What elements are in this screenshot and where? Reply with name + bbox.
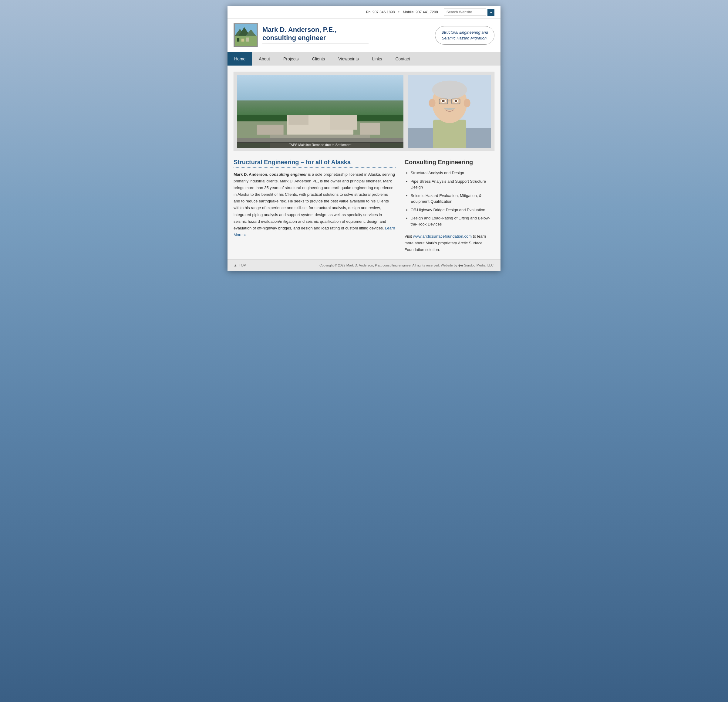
svg-point-35 bbox=[454, 100, 457, 102]
svg-rect-7 bbox=[241, 39, 244, 41]
svg-rect-23 bbox=[360, 123, 380, 135]
nav-item-about[interactable]: About bbox=[252, 52, 277, 65]
nav-item-projects[interactable]: Projects bbox=[277, 52, 305, 65]
aerial-photo bbox=[237, 75, 403, 148]
svg-point-29 bbox=[432, 80, 467, 98]
search-button[interactable]: » bbox=[487, 9, 494, 16]
phone-number: Ph: 907.346.1898 bbox=[366, 10, 395, 14]
footer-copyright: Copyright © 2022 Mark D. Anderson, P.E.,… bbox=[319, 263, 494, 268]
service-item-2: Pipe Stress Analysis and Support Structu… bbox=[411, 178, 494, 190]
main-content: TAPS Mainline Remode due to Settlement bbox=[227, 65, 501, 259]
page-wrapper: Ph: 907.346.1898 • Mobile: 907.441.7208 … bbox=[227, 6, 501, 271]
svg-rect-13 bbox=[254, 98, 387, 108]
service-item-4: Off-Highway Bridge Design and Evaluation bbox=[411, 207, 494, 213]
nav-item-clients[interactable]: Clients bbox=[305, 52, 332, 65]
services-list: Structural Analysis and Design Pipe Stre… bbox=[404, 170, 494, 227]
service-item-1: Structural Analysis and Design bbox=[411, 170, 494, 176]
service-item-5: Design and Load-Rating of Lifting and Be… bbox=[411, 215, 494, 227]
main-photo: TAPS Mainline Remode due to Settlement bbox=[237, 75, 403, 148]
title-divider bbox=[262, 43, 368, 43]
svg-rect-15 bbox=[363, 100, 403, 108]
search-form[interactable]: » bbox=[444, 9, 494, 16]
right-column: Consulting Engineering Structural Analys… bbox=[404, 159, 494, 253]
back-to-top-link[interactable]: ▲ TOP bbox=[234, 263, 246, 268]
diamond-icon: ◆◆ bbox=[458, 263, 464, 267]
site-footer: ▲ TOP Copyright © 2022 Mark D. Anderson,… bbox=[227, 259, 501, 271]
title-em: consulting engineer bbox=[269, 172, 307, 177]
nav-item-home[interactable]: Home bbox=[227, 52, 252, 65]
body-columns: Structural Engineering – for all of Alas… bbox=[234, 159, 494, 253]
main-nav: Home About Projects Clients Viewpoints L… bbox=[227, 52, 501, 65]
tagline-box: Structural Engineering and Seismic Hazar… bbox=[435, 26, 494, 45]
portrait-photo bbox=[408, 75, 491, 148]
svg-rect-8 bbox=[246, 38, 249, 42]
ext-link[interactable]: www.arcticsurfacefoundation.com bbox=[413, 234, 472, 239]
up-arrow-icon: ▲ bbox=[234, 263, 237, 268]
logo-area: Mark D. Anderson, P.E., consulting engin… bbox=[234, 23, 368, 47]
top-bar: Ph: 907.346.1898 • Mobile: 907.441.7208 … bbox=[227, 6, 501, 19]
svg-rect-14 bbox=[237, 100, 270, 108]
nav-item-links[interactable]: Links bbox=[365, 52, 389, 65]
site-name: Mark D. Anderson, P.E., consulting engin… bbox=[262, 26, 368, 42]
svg-rect-18 bbox=[289, 111, 309, 125]
nav-item-viewpoints[interactable]: Viewpoints bbox=[332, 52, 365, 65]
contact-info: Ph: 907.346.1898 • Mobile: 907.441.7208 bbox=[365, 10, 439, 14]
svg-rect-22 bbox=[257, 125, 284, 135]
site-logo bbox=[234, 23, 258, 47]
svg-rect-11 bbox=[237, 91, 403, 98]
svg-point-31 bbox=[464, 99, 470, 107]
service-item-3: Seismic Hazard Evaluation, Mitigation, &… bbox=[411, 193, 494, 204]
tagline: Structural Engineering and Seismic Hazar… bbox=[441, 30, 488, 41]
search-input[interactable] bbox=[444, 9, 486, 16]
svg-rect-6 bbox=[237, 38, 240, 42]
site-header: Mark D. Anderson, P.E., consulting engin… bbox=[227, 19, 501, 52]
image-banner: TAPS Mainline Remode due to Settlement bbox=[234, 72, 494, 151]
svg-point-34 bbox=[442, 100, 444, 102]
left-column: Structural Engineering – for all of Alas… bbox=[234, 159, 396, 253]
visit-text: Visit www.arcticsurfacefoundation.com to… bbox=[404, 233, 494, 253]
side-photo bbox=[408, 75, 491, 148]
left-heading: Structural Engineering – for all of Alas… bbox=[234, 159, 396, 168]
site-title: Mark D. Anderson, P.E., consulting engin… bbox=[262, 26, 368, 45]
svg-rect-19 bbox=[330, 113, 357, 130]
svg-rect-26 bbox=[433, 120, 466, 148]
svg-point-30 bbox=[429, 99, 435, 107]
svg-rect-10 bbox=[237, 75, 403, 95]
separator: • bbox=[398, 10, 400, 14]
body-paragraph: Mark D. Anderson, consulting engineer is… bbox=[234, 171, 396, 238]
right-heading: Consulting Engineering bbox=[404, 159, 494, 166]
author-name: Mark D. Anderson, consulting engineer bbox=[234, 172, 307, 177]
nav-item-contact[interactable]: Contact bbox=[389, 52, 416, 65]
mobile-number: Mobile: 907.441.7208 bbox=[403, 10, 438, 14]
photo-caption: TAPS Mainline Remode due to Settlement bbox=[237, 142, 403, 148]
